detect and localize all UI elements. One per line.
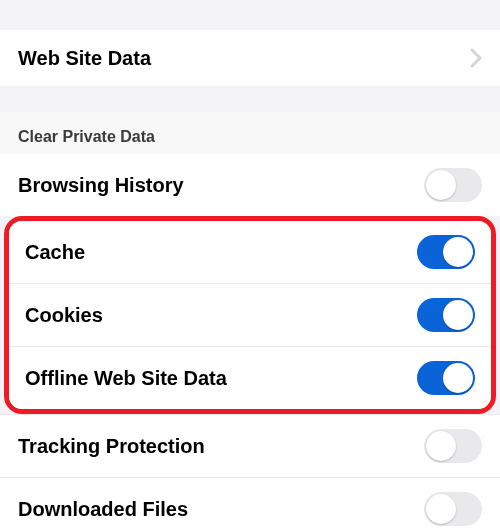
cookies-label: Cookies: [25, 304, 103, 327]
browsing-history-label: Browsing History: [18, 174, 184, 197]
offline-web-site-data-label: Offline Web Site Data: [25, 367, 227, 390]
browsing-history-row: Browsing History: [0, 154, 500, 216]
cookies-toggle[interactable]: [417, 298, 475, 332]
offline-web-site-data-toggle[interactable]: [417, 361, 475, 395]
cookies-row: Cookies: [9, 284, 491, 347]
browsing-history-toggle[interactable]: [424, 168, 482, 202]
tracking-protection-label: Tracking Protection: [18, 435, 205, 458]
clear-private-data-header: Clear Private Data: [0, 112, 500, 154]
downloaded-files-toggle[interactable]: [424, 492, 482, 526]
tracking-protection-row: Tracking Protection: [0, 414, 500, 477]
cache-toggle[interactable]: [417, 235, 475, 269]
web-site-data-label: Web Site Data: [18, 47, 151, 70]
downloaded-files-row: Downloaded Files: [0, 477, 500, 532]
cache-row: Cache: [9, 221, 491, 284]
tracking-protection-toggle[interactable]: [424, 429, 482, 463]
chevron-right-icon: [470, 48, 482, 68]
downloaded-files-label: Downloaded Files: [18, 498, 188, 521]
offline-web-site-data-row: Offline Web Site Data: [9, 347, 491, 409]
cache-label: Cache: [25, 241, 85, 264]
web-site-data-row[interactable]: Web Site Data: [0, 30, 500, 86]
highlighted-group: Cache Cookies Offline Web Site Data: [4, 216, 496, 414]
